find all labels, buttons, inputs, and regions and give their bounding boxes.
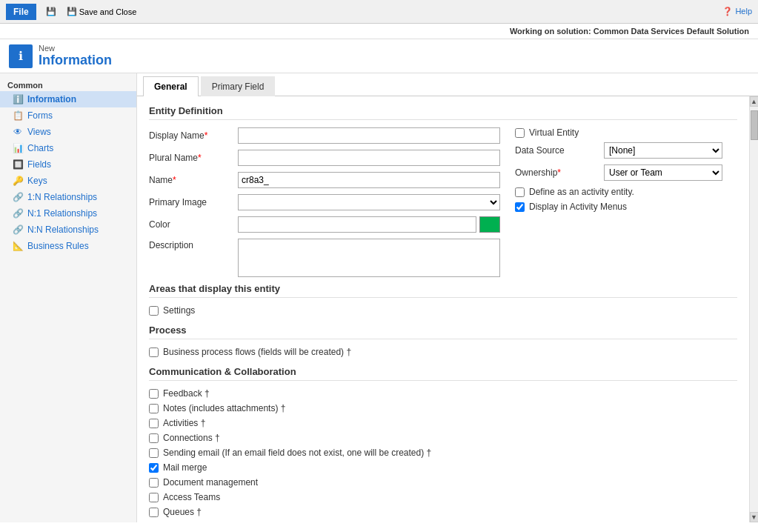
business-process-label: Business process flows (fields will be c… bbox=[163, 347, 351, 357]
form-two-col: Display Name* Plural Name* bbox=[149, 127, 737, 283]
access-teams-checkbox[interactable] bbox=[149, 493, 159, 502]
right-scrollbar: ▲ ▼ bbox=[749, 96, 758, 522]
primary-image-row: Primary Image bbox=[149, 194, 500, 210]
color-input[interactable] bbox=[238, 216, 476, 233]
access-teams-row: Access Teams bbox=[149, 492, 737, 502]
process-header: Process bbox=[149, 325, 737, 339]
queues-row: Queues † bbox=[149, 507, 737, 517]
feedback-checkbox[interactable] bbox=[149, 389, 159, 399]
display-name-row: Display Name* bbox=[149, 127, 500, 144]
color-label: Color bbox=[149, 219, 238, 230]
settings-checkbox[interactable] bbox=[149, 306, 159, 316]
plural-name-row: Plural Name* bbox=[149, 150, 500, 166]
sidebar-section-common: Common bbox=[0, 78, 136, 91]
fields-icon: 🔲 bbox=[12, 159, 24, 170]
sending-email-checkbox[interactable] bbox=[149, 448, 159, 458]
display-activity-menus-label: Display in Activity Menus bbox=[529, 202, 627, 212]
sidebar-item-business-rules[interactable]: 📐 Business Rules bbox=[0, 238, 136, 254]
sidebar-item-charts[interactable]: 📊 Charts bbox=[0, 140, 136, 156]
save-close-button[interactable]: 💾 Save and Close bbox=[63, 4, 141, 19]
solution-bar: Working on solution: Common Data Service… bbox=[0, 24, 758, 39]
tab-primary-field[interactable]: Primary Field bbox=[201, 76, 276, 96]
name-row: Name* cr8a3_ bbox=[149, 172, 500, 188]
sidebar-item-1n-relationships[interactable]: 🔗 1:N Relationships bbox=[0, 189, 136, 205]
top-bar: File 💾 💾 Save and Close ❓ Help bbox=[0, 0, 758, 24]
display-activity-menus-row: Display in Activity Menus bbox=[515, 202, 737, 212]
content-area: General Primary Field Entity Definition … bbox=[137, 73, 758, 522]
connections-checkbox[interactable] bbox=[149, 433, 159, 443]
ownership-select[interactable]: User or Team bbox=[604, 164, 722, 181]
notes-label: Notes (includes attachments) † bbox=[163, 403, 285, 413]
virtual-entity-row: Virtual Entity bbox=[515, 127, 737, 138]
data-source-label: Data Source bbox=[515, 145, 604, 156]
mail-merge-checkbox[interactable] bbox=[149, 463, 159, 473]
name-input[interactable]: cr8a3_ bbox=[238, 172, 500, 188]
auto-move-label: Automatically move records to the owner'… bbox=[193, 522, 567, 522]
business-rules-icon: 📐 bbox=[12, 240, 24, 252]
feedback-row: Feedback † bbox=[149, 388, 737, 399]
activities-checkbox[interactable] bbox=[149, 419, 159, 428]
ownership-row: Ownership* User or Team bbox=[515, 164, 737, 181]
display-name-input[interactable] bbox=[238, 127, 500, 144]
document-management-checkbox[interactable] bbox=[149, 478, 159, 488]
sidebar-item-information[interactable]: ℹ️ Information bbox=[0, 91, 136, 107]
primary-image-select[interactable] bbox=[238, 194, 500, 210]
forms-icon: 📋 bbox=[12, 110, 24, 122]
primary-image-label: Primary Image bbox=[149, 197, 238, 207]
auto-move-checkbox[interactable] bbox=[179, 522, 188, 523]
tab-bar: General Primary Field bbox=[137, 73, 758, 96]
data-source-select[interactable]: [None] bbox=[604, 142, 722, 159]
display-activity-menus-checkbox[interactable] bbox=[515, 202, 525, 212]
virtual-entity-label: Virtual Entity bbox=[529, 127, 579, 138]
info-icon: ℹ bbox=[19, 49, 23, 63]
sidebar-item-n1-relationships[interactable]: 🔗 N:1 Relationships bbox=[0, 205, 136, 222]
activities-label: Activities † bbox=[163, 418, 205, 428]
sidebar-item-fields[interactable]: 🔲 Fields bbox=[0, 156, 136, 173]
scrollbar-up-arrow[interactable]: ▲ bbox=[750, 96, 759, 107]
sidebar-item-forms[interactable]: 📋 Forms bbox=[0, 107, 136, 124]
plural-name-label: Plural Name* bbox=[149, 153, 238, 163]
color-row: Color bbox=[149, 216, 500, 233]
document-management-row: Document management bbox=[149, 477, 737, 488]
nn-icon: 🔗 bbox=[12, 224, 24, 236]
define-activity-row: Define as an activity entity. bbox=[515, 187, 737, 197]
mail-merge-row: Mail merge bbox=[149, 462, 737, 473]
collab-header: Communication & Collaboration bbox=[149, 366, 737, 381]
access-teams-label: Access Teams bbox=[163, 492, 220, 502]
business-process-checkbox[interactable] bbox=[149, 348, 159, 357]
page-title: Information bbox=[39, 53, 112, 68]
connections-row: Connections † bbox=[149, 433, 737, 443]
define-activity-checkbox[interactable] bbox=[515, 187, 525, 197]
notes-checkbox[interactable] bbox=[149, 404, 159, 413]
scrollbar-thumb[interactable] bbox=[751, 110, 758, 140]
queues-checkbox[interactable] bbox=[149, 508, 159, 517]
business-process-row: Business process flows (fields will be c… bbox=[149, 347, 737, 357]
entity-definition-header: Entity Definition bbox=[149, 105, 737, 120]
notes-row: Notes (includes attachments) † bbox=[149, 403, 737, 413]
help-link[interactable]: ❓ Help bbox=[722, 7, 752, 16]
tab-general[interactable]: General bbox=[143, 76, 199, 96]
color-swatch[interactable] bbox=[479, 216, 500, 233]
sending-email-row: Sending email (If an email field does no… bbox=[149, 448, 737, 458]
settings-label: Settings bbox=[163, 305, 195, 316]
information-icon: ℹ️ bbox=[12, 93, 24, 105]
sidebar-item-views[interactable]: 👁 Views bbox=[0, 124, 136, 140]
toolbar-icons: 💾 💾 Save and Close bbox=[42, 4, 141, 19]
display-name-label: Display Name* bbox=[149, 130, 238, 141]
sidebar-item-nn-relationships[interactable]: 🔗 N:N Relationships bbox=[0, 222, 136, 238]
mail-merge-label: Mail merge bbox=[163, 462, 207, 473]
main-layout: Common ℹ️ Information 📋 Forms 👁 Views 📊 … bbox=[0, 73, 758, 522]
description-textarea[interactable] bbox=[238, 239, 500, 277]
save-icon: 💾 bbox=[46, 7, 56, 16]
file-button[interactable]: File bbox=[6, 4, 36, 20]
save-icon-btn[interactable]: 💾 bbox=[42, 4, 60, 19]
description-row: Description bbox=[149, 239, 500, 277]
sidebar-item-keys[interactable]: 🔑 Keys bbox=[0, 173, 136, 189]
settings-row: Settings bbox=[149, 305, 737, 316]
scrollbar-down-arrow[interactable]: ▼ bbox=[750, 512, 759, 522]
save-close-icon: 💾 bbox=[67, 7, 77, 16]
connections-label: Connections † bbox=[163, 433, 220, 443]
plural-name-input[interactable] bbox=[238, 150, 500, 166]
scrollbar-track[interactable] bbox=[750, 107, 758, 512]
virtual-entity-checkbox[interactable] bbox=[515, 128, 525, 138]
